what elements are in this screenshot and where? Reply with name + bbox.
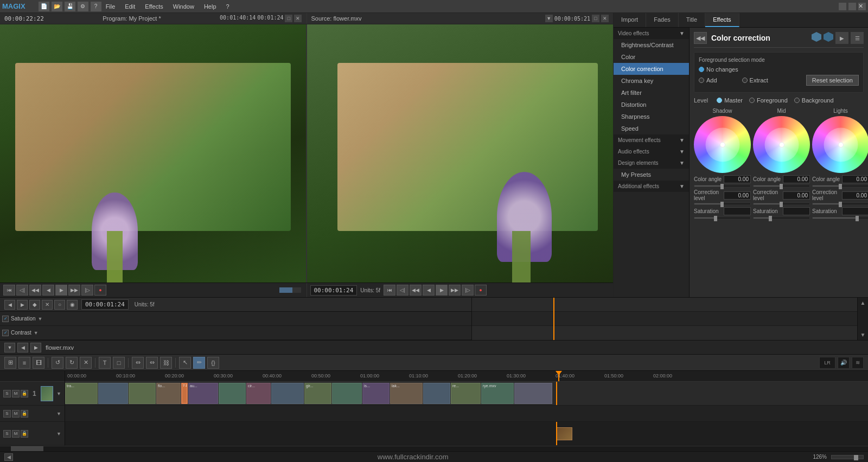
tl-diamond[interactable]: ◆ [29, 300, 40, 310]
waveform-btn[interactable]: ≋ [852, 357, 864, 369]
tl-redo-btn[interactable]: ↻ [66, 357, 78, 369]
right-back-btn[interactable]: ◀ [423, 285, 435, 296]
shadow-angle-slider[interactable] [694, 185, 751, 187]
tab-title[interactable]: Title [679, 13, 705, 27]
tl-right-arrow[interactable]: ▶ [17, 300, 28, 310]
save-icon[interactable]: 💾 [65, 2, 75, 11]
left-next-frame-btn[interactable]: |▷ [81, 285, 93, 296]
clip-14[interactable]: re... [451, 383, 481, 404]
left-progress-bar[interactable] [279, 287, 301, 293]
kf-scroll-down[interactable]: ▼ [860, 332, 866, 338]
status-left-btn[interactable]: ◀ [4, 453, 13, 461]
track-2-m-btn[interactable]: M [12, 410, 20, 418]
timeline-scrollbar[interactable] [0, 446, 868, 451]
mid-sat-slider[interactable] [753, 217, 810, 219]
mid-angle-slider[interactable] [753, 185, 810, 187]
cc-play-btn[interactable]: ▶ [835, 32, 848, 44]
lights-angle-slider[interactable] [812, 185, 868, 187]
clip-10[interactable] [332, 383, 362, 404]
shadow-sat-input[interactable]: 76.01 [724, 207, 751, 215]
kf-saturation-dropdown[interactable]: ▼ [38, 316, 43, 322]
right-rewind-btn[interactable]: ◀◀ [410, 285, 422, 296]
right-prev-frame-btn[interactable]: ◁| [397, 285, 409, 296]
nav-down-btn[interactable]: ▼ [4, 343, 15, 352]
volume-btn[interactable]: 🔊 [838, 357, 850, 369]
help-icon[interactable]: ? [91, 2, 101, 11]
tl-track-view-btn[interactable]: ≡ [18, 357, 30, 369]
track-3-lock-btn[interactable]: 🔒 [21, 430, 28, 438]
foreground-option[interactable]: Foreground [749, 97, 788, 104]
tl-cam-btn[interactable]: 🎞 [33, 357, 44, 369]
right-preview-dropdown[interactable]: ▼ [545, 15, 553, 22]
foreground-radio[interactable] [749, 98, 755, 103]
tab-fades[interactable]: Fades [646, 13, 679, 27]
shadow-wheel-dot[interactable] [720, 142, 725, 147]
sidebar-distortion[interactable]: Distortion [614, 99, 689, 111]
left-record-btn[interactable]: ● [94, 285, 106, 296]
background-option[interactable]: Background [794, 97, 834, 104]
lights-sat-input[interactable]: 225.58 [842, 207, 868, 215]
minimize-btn[interactable] [839, 3, 846, 10]
left-panel-close-btn[interactable]: ✕ [294, 15, 302, 22]
tl-pencil-btn[interactable]: ✏ [193, 357, 205, 369]
clip-11[interactable]: is... [362, 383, 390, 404]
mid-correction-input[interactable] [783, 191, 810, 200]
master-radio[interactable] [717, 98, 722, 103]
right-fwd-btn[interactable]: ▶▶ [449, 285, 461, 296]
movement-effects-header[interactable]: Movement effects▼ [614, 134, 689, 146]
kf-saturation-check[interactable]: ✓ [2, 316, 9, 322]
shadow-correction-input[interactable] [724, 191, 751, 200]
lights-correction-slider[interactable] [812, 203, 868, 205]
nav-next-btn[interactable]: ▶ [30, 343, 41, 352]
tl-marker-btn[interactable]: □ [113, 357, 125, 369]
track-2-expand[interactable]: ▼ [56, 411, 61, 416]
sidebar-color-correction[interactable]: Color correction [614, 63, 689, 75]
clip-3[interactable] [129, 383, 156, 404]
lights-correction-input[interactable] [842, 191, 868, 200]
track-1-lock-btn[interactable]: 🔒 [21, 390, 28, 397]
maximize-btn[interactable] [848, 3, 856, 10]
zoom-slider[interactable] [831, 455, 864, 459]
design-elements-header[interactable]: Design elements▼ [614, 157, 689, 169]
reset-selection-btn[interactable]: Reset selection [806, 75, 859, 86]
add-radio[interactable] [699, 78, 704, 83]
clip-4[interactable]: flo... [156, 383, 181, 404]
kf-scroll-up[interactable]: ▲ [860, 300, 866, 306]
kf-contrast-dropdown[interactable]: ▼ [34, 330, 39, 336]
clip-6[interactable] [219, 383, 246, 404]
right-panel-max-btn[interactable]: □ [592, 15, 599, 22]
clip-selected[interactable]: 7:18 [181, 383, 188, 404]
new-file-icon[interactable]: 📄 [39, 2, 49, 11]
mid-color-wheel[interactable] [753, 116, 810, 173]
marker-clip[interactable] [556, 427, 572, 440]
add-option[interactable]: Add [699, 77, 717, 84]
master-option[interactable]: Master [717, 97, 743, 104]
sidebar-brightness-contrast[interactable]: Brightness/Contrast [614, 39, 689, 51]
clip-7[interactable]: cir... [246, 383, 271, 404]
tl-left-arrow[interactable]: ◀ [4, 300, 15, 310]
audio-effects-header[interactable]: Audio effects▼ [614, 146, 689, 157]
tab-effects[interactable]: Effects [705, 13, 739, 27]
tl-text-btn[interactable]: T [99, 357, 111, 369]
zoom-handle[interactable] [854, 455, 858, 460]
tl-circle-btn[interactable]: ○ [54, 300, 65, 310]
cc-menu-btn[interactable]: ☰ [851, 32, 864, 44]
left-play-btn[interactable]: ▶ [55, 285, 67, 296]
lights-sat-slider[interactable] [812, 217, 868, 219]
left-go-start-btn[interactable]: ⏮ [3, 285, 15, 296]
right-panel-close-btn[interactable]: ✕ [601, 15, 609, 22]
left-panel-max-btn[interactable]: □ [285, 15, 292, 22]
clip-15[interactable]: rye.mxv [481, 383, 514, 404]
timeline-ruler[interactable]: 00:00:00 00:10:00 00:20:00 00:30:00 00:4… [65, 371, 868, 382]
clip-16[interactable] [514, 383, 552, 404]
kf-track-3[interactable] [472, 326, 857, 340]
menu-file[interactable]: File [101, 2, 120, 11]
sidebar-sharpness[interactable]: Sharpness [614, 111, 689, 123]
menu-help[interactable]: Help [200, 2, 221, 11]
lights-wheel-dot[interactable] [838, 142, 844, 147]
background-radio[interactable] [794, 98, 800, 103]
tl-grid-btn[interactable]: ⊞ [4, 357, 16, 369]
sidebar-art-filter[interactable]: Art filter [614, 87, 689, 99]
track-3-s-btn[interactable]: S [3, 430, 11, 438]
open-file-icon[interactable]: 📂 [52, 2, 62, 11]
